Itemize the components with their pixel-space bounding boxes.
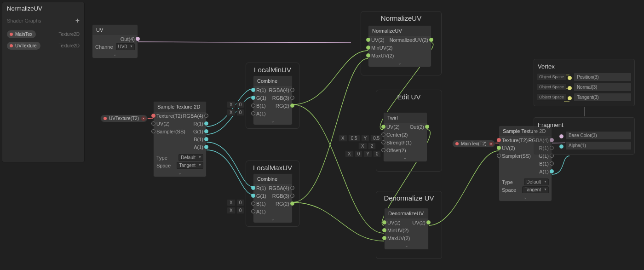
- output-port[interactable]: [204, 129, 208, 133]
- collapse-icon[interactable]: ⌄: [384, 154, 427, 161]
- input-port[interactable]: [251, 186, 255, 190]
- input-port[interactable]: [251, 111, 255, 115]
- slot-basecolor[interactable]: Base Color(3): [565, 131, 632, 140]
- input-port[interactable]: [366, 46, 370, 50]
- collapse-icon[interactable]: ⌄: [385, 242, 428, 249]
- node-title[interactable]: UV: [92, 25, 138, 35]
- node-title[interactable]: Combine: [253, 76, 292, 86]
- dropdown[interactable]: Default: [178, 154, 203, 161]
- input-port[interactable]: [381, 148, 385, 152]
- group-title[interactable]: NormalizeUV: [361, 11, 441, 27]
- float-field[interactable]: X0: [227, 101, 244, 108]
- dropdown[interactable]: Default: [524, 178, 549, 185]
- input-port[interactable]: [251, 194, 255, 198]
- input-port[interactable]: [497, 138, 501, 142]
- float-field[interactable]: X2: [358, 143, 376, 149]
- float-field[interactable]: X0Y0: [345, 150, 381, 157]
- node-denormalizeuv[interactable]: DenormalizeUV UV(2)UV(2) MinUV(2) MaxUV(…: [384, 208, 429, 250]
- slot-tangent[interactable]: Tangent(3): [574, 93, 632, 102]
- vertex-title: Vertex: [537, 61, 632, 72]
- property-token-uvtexture[interactable]: UVTexture(T2) ×: [100, 115, 148, 122]
- output-port[interactable]: [290, 96, 294, 100]
- output-port[interactable]: [290, 186, 294, 190]
- node-title[interactable]: Twirl: [384, 113, 427, 123]
- output-port[interactable]: [204, 121, 208, 126]
- float-field[interactable]: X0: [227, 207, 244, 214]
- input-port[interactable]: [251, 96, 255, 100]
- blackboard-property[interactable]: UVTexture Texture2D: [2, 40, 84, 52]
- stack-divider: [584, 107, 585, 116]
- node-twirl[interactable]: Twirl UV(2)Out(2) Center(2) Strength(1) …: [383, 112, 427, 162]
- collapse-icon[interactable]: ⌄: [92, 51, 138, 58]
- input-port[interactable]: [366, 38, 370, 42]
- dropdown[interactable]: Tangent: [177, 162, 203, 169]
- output-port[interactable]: [204, 114, 208, 118]
- collapse-icon[interactable]: ⌄: [253, 215, 292, 223]
- input-port[interactable]: [497, 146, 501, 150]
- slot-position[interactable]: Position(3): [574, 73, 632, 81]
- dropdown[interactable]: UV0: [116, 43, 135, 50]
- collapse-icon[interactable]: ⌄: [499, 194, 552, 201]
- input-port[interactable]: [251, 103, 255, 108]
- slot-alpha[interactable]: Alpha(1): [565, 141, 632, 150]
- blackboard-title: NormalizeUV: [7, 5, 42, 12]
- input-port[interactable]: [366, 53, 370, 57]
- node-title[interactable]: DenormalizeUV: [385, 208, 428, 218]
- input-port[interactable]: [251, 209, 255, 213]
- delete-icon[interactable]: ×: [489, 142, 494, 146]
- delete-icon[interactable]: ×: [141, 116, 146, 121]
- input-port[interactable]: [251, 201, 255, 206]
- group-title[interactable]: Denormalize UV: [376, 191, 442, 207]
- fragment-title: Fragment: [537, 120, 632, 130]
- slot-normal[interactable]: Normal(3): [574, 83, 632, 92]
- output-port[interactable]: [429, 38, 433, 42]
- input-port[interactable]: [151, 114, 155, 118]
- output-port[interactable]: [290, 194, 294, 198]
- node-combine-2[interactable]: Combine R(1)RGBA(4) G(1)RGB(3) B(1)RG(2)…: [253, 173, 293, 223]
- output-port[interactable]: [290, 201, 294, 206]
- output-port[interactable]: [290, 103, 294, 108]
- input-port[interactable]: [151, 129, 155, 133]
- input-port[interactable]: [382, 228, 386, 232]
- blackboard-property[interactable]: MainTex Texture2D: [2, 29, 84, 40]
- property-token-maintex[interactable]: MainTex(T2) ×: [452, 140, 495, 148]
- blackboard-panel[interactable]: NormalizeUV Shader Graphs + MainTex Text…: [2, 2, 85, 162]
- float-field[interactable]: X0.5Y0.5: [339, 135, 382, 142]
- group-title[interactable]: Edit UV: [376, 90, 442, 105]
- collapse-icon[interactable]: ⌄: [368, 59, 431, 67]
- output-port[interactable]: [550, 161, 554, 166]
- output-port[interactable]: [290, 88, 294, 92]
- master-stack[interactable]: Vertex Object Space•Position(3) Object S…: [534, 59, 635, 155]
- input-port[interactable]: [497, 154, 501, 158]
- output-port[interactable]: [136, 37, 140, 41]
- dropdown[interactable]: Tangent: [522, 186, 549, 193]
- float-field[interactable]: X0: [227, 109, 244, 116]
- input-port[interactable]: [382, 236, 386, 240]
- node-title[interactable]: Combine: [253, 174, 292, 184]
- output-port[interactable]: [425, 125, 429, 129]
- input-port[interactable]: [381, 125, 385, 129]
- node-title[interactable]: NormalizeUV: [368, 26, 431, 36]
- node-combine-1[interactable]: Combine R(1)RGBA(4) G(1)RGB(3) B(1)RG(2)…: [253, 75, 293, 125]
- node-title[interactable]: Sample Texture 2D: [154, 102, 206, 112]
- output-port[interactable]: [204, 137, 208, 141]
- plus-icon[interactable]: +: [75, 17, 80, 25]
- output-port[interactable]: [204, 145, 208, 149]
- node-normalizeuv[interactable]: NormalizeUV UV(2)NormalizedUV(2) MinUV(2…: [368, 25, 431, 67]
- input-port[interactable]: [251, 88, 255, 92]
- collapse-icon[interactable]: ⌄: [154, 169, 206, 177]
- output-port[interactable]: [426, 220, 431, 224]
- input-port[interactable]: [151, 121, 155, 126]
- float-field[interactable]: X0: [227, 199, 244, 206]
- blackboard-subtitle: Shader Graphs: [7, 18, 41, 23]
- node-sample-texture-1[interactable]: Sample Texture 2D Texture(T2) RGBA(4) UV…: [153, 101, 207, 177]
- node-uv[interactable]: UV Out(4) Channe UV0 ⌄: [92, 24, 138, 58]
- output-port[interactable]: [550, 169, 554, 173]
- collapse-icon[interactable]: ⌄: [253, 117, 292, 125]
- input-port[interactable]: [382, 220, 386, 224]
